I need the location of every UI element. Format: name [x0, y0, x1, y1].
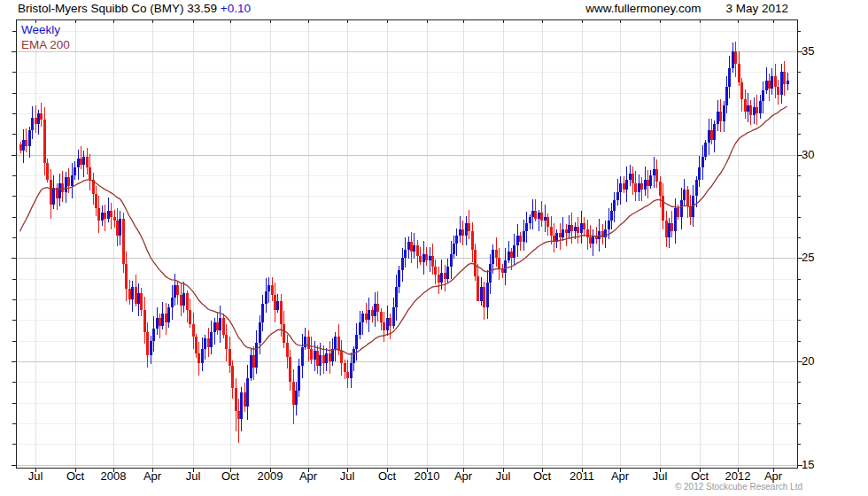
x-axis-label: Apr: [454, 469, 472, 483]
y-axis-label: 30: [802, 148, 814, 161]
x-axis-label: 2008: [101, 469, 127, 483]
stock-chart-page: { "header": { "title": "Bristol-Myers Sq…: [0, 0, 868, 496]
x-axis-label: Apr: [764, 469, 782, 483]
y-axis-label: 35: [802, 44, 814, 58]
x-axis-label: Oct: [691, 469, 709, 483]
x-axis-label: Jul: [28, 469, 43, 483]
x-axis-label: 2010: [415, 469, 440, 483]
x-axis-label: Jul: [653, 469, 668, 483]
y-axis-label: 20: [802, 354, 814, 368]
x-axis-label: Apr: [299, 469, 317, 483]
x-axis-label: Apr: [611, 469, 629, 483]
x-axis-label: 2009: [258, 469, 283, 483]
price-chart-canvas[interactable]: [0, 0, 868, 496]
header-right: www.fullermoney.com3 May 2012: [0, 2, 788, 15]
legend-interval-label: Weekly: [21, 23, 60, 36]
x-axis-label: Oct: [533, 469, 551, 483]
source-link[interactable]: www.fullermoney.com: [585, 2, 701, 15]
x-axis-label: Apr: [143, 469, 161, 483]
chart-date: 3 May 2012: [725, 2, 788, 15]
x-axis-label: 2011: [570, 469, 594, 483]
x-axis-label: Jul: [186, 469, 201, 483]
y-axis-label: 25: [802, 251, 814, 264]
x-axis-label: Oct: [221, 469, 239, 483]
legend-ema-label: EMA 200: [21, 38, 70, 51]
x-axis-label: Oct: [66, 469, 84, 483]
x-axis-label: Jul: [340, 469, 355, 483]
x-axis-label: 2012: [725, 469, 751, 483]
x-axis-label: Oct: [378, 469, 396, 483]
y-axis-label: 15: [802, 458, 814, 471]
x-axis-label: Jul: [496, 469, 511, 483]
copyright-notice: © 2012 Stockcube Research Ltd: [0, 482, 802, 492]
